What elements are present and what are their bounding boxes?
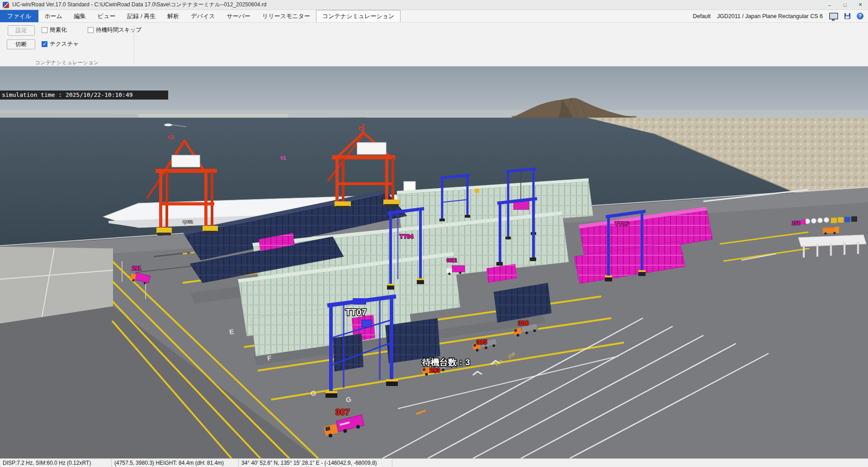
ribbon-group-separator (134, 25, 134, 63)
close-button[interactable]: ✕ (853, 0, 868, 10)
status-bar: DISP:7.2 Hz, SIM:60.0 Hz (0.12xRT) (4757… (0, 458, 868, 467)
title-bar: UC-win/Road Ver.17.0 Standard - C:\UCwin… (0, 0, 868, 10)
settings-button[interactable]: 設定 (8, 25, 35, 36)
window-controls: – □ ✕ (822, 0, 868, 10)
tab-server[interactable]: サーバー (221, 10, 257, 22)
status-empty (392, 459, 868, 467)
tab-container-simulation[interactable]: コンテナシミュレーション (316, 10, 401, 22)
wait-skip-checkbox-label: 待機時間スキップ (96, 26, 142, 34)
small-boat (164, 124, 172, 126)
vessel-label-v1: V1 (280, 156, 286, 161)
ribbon-panel: 設定 切断 簡素化 待機時間スキップ テクスチャ コンテナシミュレーション (0, 23, 868, 67)
simplify-checkbox-label: 簡素化 (50, 26, 67, 34)
simulation-time-overlay: simulation time : 2025/10/22-10:10:49 (0, 91, 168, 100)
simplify-checkbox-box[interactable] (42, 27, 47, 33)
profile-selector[interactable]: Default (693, 13, 711, 19)
tab-analysis[interactable]: 解析 (161, 10, 185, 22)
minimize-button[interactable]: – (822, 0, 837, 10)
wait-skip-checkbox-box[interactable] (88, 27, 94, 33)
tab-device[interactable]: デバイス (185, 10, 221, 22)
save-icon[interactable] (844, 13, 850, 19)
truck-label-255: 255 (792, 220, 800, 226)
yard-label-0812: 0812 (447, 258, 457, 263)
ribbon-tab-bar: ファイル ホーム 編集 ビュー 記録 / 再生 解析 デバイス サーバー リリー… (0, 10, 868, 23)
waiting-count-overlay: 待機台数：3 (422, 357, 470, 367)
coordinate-system-label: JGD2011 / Japan Plane Rectangular CS 6 (717, 13, 823, 19)
maximize-button[interactable]: □ (837, 0, 853, 10)
yard-row-letter-g1: G (310, 389, 316, 397)
tab-home[interactable]: ホーム (38, 10, 68, 22)
crane-label-c1: C1 (359, 126, 364, 131)
truck-label-307: 307 (335, 407, 350, 417)
disconnect-button[interactable]: 切断 (7, 39, 35, 49)
tab-release-monitor[interactable]: リリースモニター (256, 10, 316, 22)
status-performance: DISP:7.2 Hz, SIM:60.0 Hz (0.12xRT) (0, 459, 112, 467)
truck-label-291: 291 (132, 265, 141, 272)
status-geo-coordinates: 34° 40' 52.6" N, 135° 15' 28.1" E - (-14… (239, 459, 392, 467)
truck-label-306: 306 (518, 319, 529, 327)
rtg-label-tt05: TT05 (615, 220, 628, 227)
viewport-3d[interactable]: C2 C1 QC11 V1 TT04 TT05 TT07 291 0812 待機… (0, 67, 868, 458)
crane-label-qc11: QC11 (183, 219, 193, 224)
help-icon[interactable]: ? (857, 13, 863, 19)
texture-checkbox-box[interactable] (42, 41, 47, 47)
rtg-label-tt04: TT04 (400, 233, 414, 240)
crane-label-c2: C2 (168, 135, 174, 140)
truck-label-293: 293 (429, 367, 440, 374)
truck-label-305: 305 (476, 338, 487, 346)
tab-file[interactable]: ファイル (0, 10, 38, 22)
yard-row-letter-g2: G (345, 396, 352, 404)
scene-canvas: C2 C1 QC11 V1 TT04 TT05 TT07 291 0812 待機… (0, 67, 868, 458)
app-icon (3, 2, 9, 8)
simplify-checkbox[interactable]: 簡素化 (42, 26, 67, 34)
status-position: (4757.5, 3980.3) HEIGHT: 84.4m (dH: 81.4… (112, 459, 239, 467)
rtg-label-tt07: TT07 (345, 307, 367, 317)
tab-view[interactable]: ビュー (92, 10, 122, 22)
display-icon[interactable] (829, 13, 838, 19)
texture-checkbox[interactable]: テクスチャ (42, 40, 79, 48)
window-title: UC-win/Road Ver.17.0 Standard - C:\UCwin… (12, 1, 267, 9)
tab-edit[interactable]: 編集 (68, 10, 92, 22)
tab-record-play[interactable]: 記録 / 再生 (121, 10, 161, 22)
texture-checkbox-label: テクスチャ (50, 40, 79, 48)
ribbon-group-label: コンテナシミュレーション (0, 59, 134, 66)
